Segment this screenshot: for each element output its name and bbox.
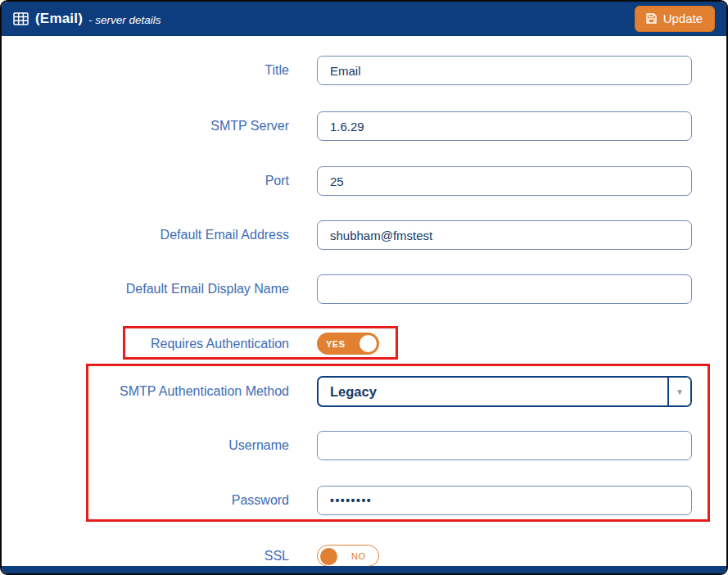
field-row-password: Password (2, 486, 726, 515)
field-row-default-email-address: Default Email Address (2, 220, 726, 250)
password-input[interactable] (317, 486, 692, 515)
smtp-auth-method-select[interactable]: Legacy ▼ (317, 376, 692, 407)
smtp-auth-method-value: Legacy (319, 384, 667, 400)
default-email-display-name-input[interactable] (317, 274, 692, 304)
default-email-display-name-label: Default Email Display Name (2, 282, 289, 297)
username-label: Username (2, 438, 289, 453)
ssl-toggle[interactable]: NO (317, 545, 379, 567)
table-grid-icon (13, 12, 29, 25)
default-email-address-label: Default Email Address (2, 228, 289, 242)
toggle-state-label: NO (351, 551, 366, 561)
next-section-header-bar (2, 566, 726, 573)
password-label: Password (2, 493, 289, 508)
page-title: (Email) (35, 11, 83, 27)
chevron-down-icon: ▼ (667, 378, 690, 405)
smtp-server-label: SMTP Server (2, 119, 289, 134)
requires-authentication-label: Requires Authentication (2, 337, 289, 351)
username-input[interactable] (317, 431, 692, 460)
field-row-port: Port (2, 166, 726, 196)
field-row-smtp-server: SMTP Server (2, 111, 726, 141)
port-label: Port (2, 174, 289, 188)
server-details-page: (Email) - server details Update Title SM… (0, 0, 728, 575)
title-label: Title (2, 63, 289, 78)
default-email-address-input[interactable] (317, 220, 692, 250)
field-row-requires-authentication: Requires Authentication YES (2, 333, 726, 355)
update-button-label: Update (663, 11, 703, 25)
requires-authentication-toggle[interactable]: YES (317, 333, 379, 355)
page-subtitle: - server details (88, 14, 161, 26)
field-row-smtp-auth-method: SMTP Authentication Method Legacy ▼ (2, 376, 726, 407)
toggle-knob (320, 548, 337, 565)
smtp-server-input[interactable] (317, 111, 692, 141)
field-row-username: Username (2, 431, 726, 460)
save-icon (645, 12, 658, 25)
toggle-knob (359, 335, 377, 352)
update-button[interactable]: Update (635, 6, 715, 32)
toggle-state-label: YES (326, 339, 346, 349)
page-header: (Email) - server details Update (2, 2, 726, 36)
ssl-label: SSL (2, 549, 289, 564)
title-input[interactable] (317, 56, 692, 85)
port-input[interactable] (317, 166, 692, 196)
field-row-title: Title (2, 56, 726, 85)
field-row-ssl: SSL NO (2, 545, 726, 567)
smtp-auth-method-label: SMTP Authentication Method (2, 384, 289, 399)
field-row-default-email-display-name: Default Email Display Name (2, 274, 726, 304)
